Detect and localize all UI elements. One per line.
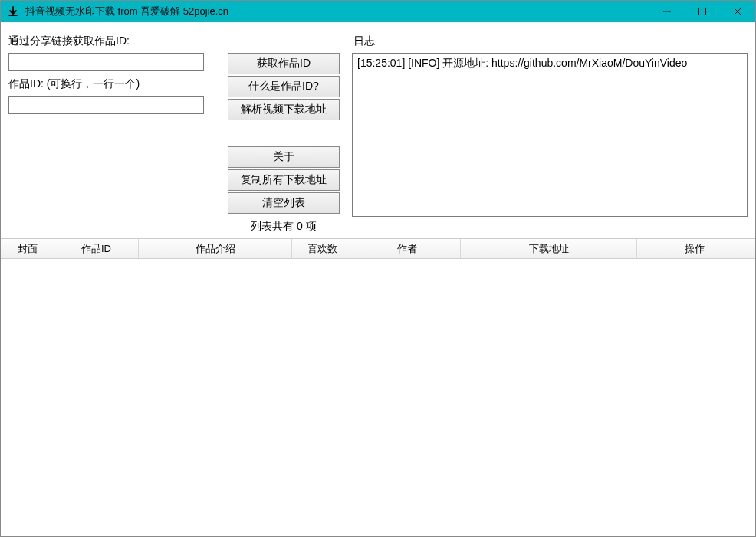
inputs-column: 通过分享链接获取作品ID: 作品ID: (可换行，一行一个): [8, 30, 206, 234]
log-textbox[interactable]: [15:25:01] [INFO] 开源地址: https://github.c…: [352, 53, 748, 217]
parse-download-button[interactable]: 解析视频下载地址: [228, 99, 340, 120]
content-top: 通过分享链接获取作品ID: 作品ID: (可换行，一行一个) 获取作品ID 什么…: [1, 22, 755, 238]
table-area: 封面作品ID作品介绍喜欢数作者下载地址操作: [1, 238, 755, 536]
buttons-column: 获取作品ID 什么是作品ID? 解析视频下载地址 关于 复制所有下载地址 清空列…: [226, 30, 341, 234]
table-header: 封面作品ID作品介绍喜欢数作者下载地址操作: [1, 239, 755, 259]
svg-line-2: [734, 8, 741, 15]
log-label: 日志: [352, 34, 748, 48]
get-work-id-button[interactable]: 获取作品ID: [228, 53, 340, 74]
svg-line-3: [734, 8, 741, 15]
minimize-button[interactable]: [649, 1, 685, 22]
clear-list-button[interactable]: 清空列表: [228, 192, 340, 214]
right-panel: 日志 [15:25:01] [INFO] 开源地址: https://githu…: [352, 30, 748, 234]
table-column-header[interactable]: 封面: [1, 239, 54, 258]
window-controls: [649, 1, 755, 22]
window-title: 抖音视频无水印下载 from 吾爱破解 52pojie.cn: [24, 5, 649, 18]
maximize-button[interactable]: [685, 1, 720, 22]
svg-rect-1: [699, 8, 706, 15]
about-button[interactable]: 关于: [228, 146, 340, 168]
what-is-work-id-button[interactable]: 什么是作品ID?: [228, 76, 340, 97]
share-link-input[interactable]: [8, 53, 204, 71]
title-bar: 抖音视频无水印下载 from 吾爱破解 52pojie.cn: [1, 1, 755, 22]
table-column-header[interactable]: 作品介绍: [139, 239, 292, 258]
work-id-label: 作品ID: (可换行，一行一个): [8, 77, 206, 91]
copy-all-button[interactable]: 复制所有下载地址: [228, 169, 340, 191]
log-entry: [15:25:01] [INFO] 开源地址: https://github.c…: [357, 57, 742, 70]
work-id-input[interactable]: [8, 96, 204, 114]
table-column-header[interactable]: 下载地址: [461, 239, 637, 258]
table-column-header[interactable]: 喜欢数: [292, 239, 353, 258]
app-window: 抖音视频无水印下载 from 吾爱破解 52pojie.cn 通过分享链接获取作…: [0, 0, 756, 537]
app-icon: [5, 4, 21, 19]
left-panel: 通过分享链接获取作品ID: 作品ID: (可换行，一行一个) 获取作品ID 什么…: [8, 30, 346, 234]
share-link-label: 通过分享链接获取作品ID:: [8, 34, 206, 48]
list-count-label: 列表共有 0 项: [251, 220, 317, 234]
table-column-header[interactable]: 作者: [353, 239, 461, 258]
table-column-header[interactable]: 操作: [637, 239, 752, 258]
close-button[interactable]: [720, 1, 755, 22]
table-column-header[interactable]: 作品ID: [54, 239, 139, 258]
